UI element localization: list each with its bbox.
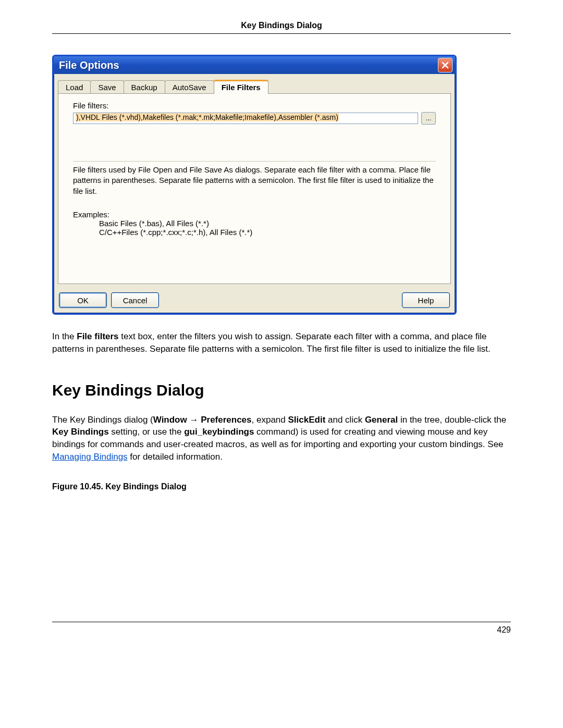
file-filters-input[interactable]: ),VHDL Files (*.vhd),Makefiles (*.mak;*.… xyxy=(73,113,418,124)
dialog-title: File Options xyxy=(59,59,119,71)
tab-save[interactable]: Save xyxy=(90,80,124,94)
managing-bindings-link[interactable]: Managing Bindings xyxy=(52,452,128,462)
section-heading: Key Bindings Dialog xyxy=(52,381,511,399)
page-footer: 429 xyxy=(52,622,511,635)
file-filters-label: File filters: xyxy=(73,101,436,110)
paragraph-key-bindings: The Key Bindings dialog (Window → Prefer… xyxy=(52,414,511,463)
tab-strip: Load Save Backup AutoSave File Filters xyxy=(54,74,455,93)
tab-autosave[interactable]: AutoSave xyxy=(165,80,214,94)
tab-backup[interactable]: Backup xyxy=(124,80,165,94)
close-icon xyxy=(442,61,449,69)
titlebar: File Options xyxy=(54,56,455,74)
paragraph-file-filters: In the File filters text box, enter the … xyxy=(52,330,511,355)
example-2: C/C++Files (*.cpp;*.cxx;*.c;*.h), All Fi… xyxy=(73,228,436,237)
file-filters-value: ),VHDL Files (*.vhd),Makefiles (*.mak;*.… xyxy=(76,113,339,121)
browse-button[interactable]: ... xyxy=(421,112,436,125)
help-text: File filters used by File Open and File … xyxy=(73,161,436,196)
page-header: Key Bindings Dialog xyxy=(52,21,511,34)
file-options-dialog: File Options Load Save Backup AutoSave F… xyxy=(52,55,457,315)
dialog-button-row: OK Cancel Help xyxy=(54,289,455,313)
tab-load[interactable]: Load xyxy=(58,80,91,94)
cancel-button[interactable]: Cancel xyxy=(111,292,159,308)
ok-button[interactable]: OK xyxy=(59,292,107,308)
page-number: 429 xyxy=(497,625,511,634)
figure-caption: Figure 10.45. Key Bindings Dialog xyxy=(52,482,511,491)
tab-content: File filters: ),VHDL Files (*.vhd),Makef… xyxy=(58,93,451,284)
examples-label: Examples: xyxy=(73,210,436,219)
close-button[interactable] xyxy=(438,58,452,72)
example-1: Basic Files (*.bas), All Files (*.*) xyxy=(73,219,436,228)
help-button[interactable]: Help xyxy=(402,292,450,308)
examples-block: Examples: Basic Files (*.bas), All Files… xyxy=(73,210,436,237)
tab-file-filters[interactable]: File Filters xyxy=(214,80,268,94)
